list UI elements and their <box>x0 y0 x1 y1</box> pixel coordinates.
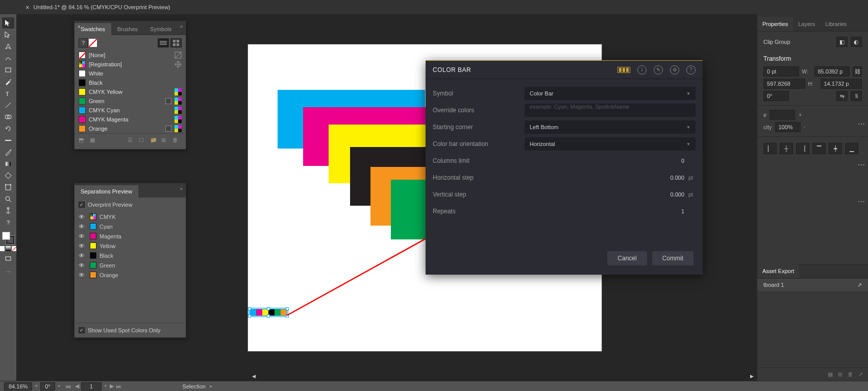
x-field[interactable]: 0 pt <box>763 66 799 77</box>
swatch-item[interactable]: White <box>75 69 186 78</box>
zoom-tool[interactable] <box>2 193 14 205</box>
tab-libraries[interactable]: Libraries <box>820 17 852 31</box>
scroll-left-icon[interactable]: ◀ <box>252 374 256 379</box>
next-page-icon[interactable]: ▶ <box>110 383 114 389</box>
export-icon[interactable]: ↗ <box>857 282 862 288</box>
delete-icon[interactable]: 🗑 <box>172 137 182 146</box>
direct-selection-tool[interactable] <box>2 29 14 40</box>
visibility-icon[interactable]: 👁 <box>79 262 87 269</box>
visibility-icon[interactable]: 👁 <box>79 223 87 230</box>
close-icon[interactable]: × <box>78 24 81 30</box>
type-tool[interactable]: T <box>2 88 14 99</box>
width-field[interactable]: 85.0392 p <box>814 66 850 77</box>
rotate-tool[interactable] <box>2 123 14 134</box>
separation-item[interactable]: 👁CMYK <box>75 212 186 222</box>
repeats-value[interactable]: 1 <box>525 208 686 214</box>
anchor-tool[interactable] <box>2 205 14 216</box>
last-page-icon[interactable]: ⏭ <box>116 383 121 389</box>
overprint-checkbox[interactable]: ✓ <box>79 202 85 208</box>
columns-value[interactable]: 0 <box>525 158 686 164</box>
swatch-item[interactable]: Black <box>75 78 186 87</box>
tab-properties[interactable]: Properties <box>757 17 793 31</box>
swatch-item[interactable]: Green <box>75 96 186 106</box>
grid-icon[interactable]: ▦ <box>828 371 833 378</box>
no-fill-icon[interactable] <box>89 39 97 47</box>
flip-h-icon[interactable]: ⇋ <box>836 91 848 101</box>
swatch-item[interactable]: [Registration] <box>75 60 186 69</box>
blend-mode-select[interactable] <box>770 110 795 120</box>
free-transform-tool[interactable] <box>2 170 14 181</box>
flip-v-icon[interactable]: ⥮ <box>851 91 862 101</box>
isolate-icon[interactable]: ◧ <box>836 37 848 47</box>
separation-item[interactable]: 👁Yellow <box>75 241 186 251</box>
rotate-field[interactable]: 0° <box>40 382 55 390</box>
corner-select[interactable]: Left Bottom▼ <box>525 120 696 134</box>
gradient-tool[interactable] <box>2 158 14 169</box>
prev-page-icon[interactable]: ◀ <box>75 383 79 389</box>
list-view-icon[interactable] <box>158 38 169 47</box>
align-top-icon[interactable]: ▔ <box>812 143 826 154</box>
y-field[interactable]: 597.8268 <box>763 79 805 89</box>
show-menu-icon[interactable]: ▦ <box>90 137 99 146</box>
artboard-tool[interactable] <box>2 182 14 193</box>
visibility-icon[interactable]: 👁 <box>79 233 87 240</box>
swatch-item[interactable]: [None] <box>75 51 186 60</box>
color-bar-object[interactable] <box>250 309 287 316</box>
info-icon[interactable]: i <box>637 65 647 75</box>
add-icon[interactable]: ⊞ <box>838 371 842 378</box>
collapse-icon[interactable]: « <box>180 186 183 191</box>
align-left-icon[interactable]: ▏ <box>763 143 777 154</box>
collapse-icon[interactable]: « <box>180 24 183 29</box>
grid-view-icon[interactable] <box>170 38 182 47</box>
swatch-item[interactable]: CMYK Cyan <box>75 106 186 115</box>
rectangle-tool[interactable] <box>2 64 14 76</box>
line-tool[interactable] <box>2 100 14 111</box>
screen-mode-icon[interactable] <box>2 253 14 264</box>
scroll-right-icon[interactable]: ▶ <box>750 374 754 379</box>
shape-builder-tool[interactable] <box>2 111 14 123</box>
selection-tool[interactable] <box>2 17 14 29</box>
opacity-field[interactable]: 100% <box>775 122 801 132</box>
delete-icon[interactable]: 🗑 <box>848 371 853 378</box>
unknown-tool[interactable]: ? <box>2 217 14 228</box>
commit-button[interactable]: Commit <box>652 251 693 265</box>
edit-toolbar-icon[interactable]: ⋯ <box>2 266 14 278</box>
align-center-h-icon[interactable]: ┼ <box>780 143 793 154</box>
tab-separations[interactable]: Separations Preview <box>75 185 138 198</box>
help-icon[interactable]: ? <box>686 65 696 75</box>
edit-icon[interactable]: ◐ <box>851 37 862 47</box>
separation-item[interactable]: 👁Cyan <box>75 222 186 231</box>
link-wh-icon[interactable]: ⛓ <box>853 66 862 77</box>
link-icon[interactable]: ✎ <box>654 65 663 75</box>
align-bottom-icon[interactable]: ▁ <box>845 143 858 154</box>
new-folder-icon[interactable]: 📁 <box>150 137 159 146</box>
tab-brushes[interactable]: Brushes <box>111 23 144 35</box>
visibility-icon[interactable]: 👁 <box>79 272 87 279</box>
swatch-item[interactable]: CMYK Yellow <box>75 87 186 96</box>
eyedropper-tool[interactable] <box>2 146 14 158</box>
paintbrush-tool[interactable] <box>2 76 14 87</box>
spot-only-checkbox[interactable]: ✓ <box>79 327 85 333</box>
visibility-icon[interactable]: 👁 <box>79 213 87 221</box>
angle-field[interactable]: 0° <box>763 91 789 101</box>
override-input[interactable]: example: Cyan, Magenta, SpotInkName <box>525 104 696 117</box>
more-options-icon[interactable]: ⋯ <box>858 158 865 172</box>
symbol-select[interactable]: Color Bar▼ <box>525 87 696 100</box>
curvature-tool[interactable] <box>2 53 14 64</box>
swatch-item[interactable]: Orange <box>75 124 186 133</box>
orientation-select[interactable]: Horizontal▼ <box>525 137 696 151</box>
show-libraries-icon[interactable]: ⬒ <box>79 137 88 146</box>
separation-item[interactable]: 👁Green <box>75 260 186 270</box>
tab-asset-export[interactable]: Asset Export <box>757 264 799 278</box>
more-options-icon[interactable]: ⋯ <box>858 195 865 208</box>
color-mode-icon[interactable] <box>0 246 5 251</box>
visibility-icon[interactable]: 👁 <box>79 242 87 250</box>
separation-item[interactable]: 👁Orange <box>75 270 186 280</box>
tab-symbols[interactable]: Symbols <box>144 23 178 35</box>
align-center-v-icon[interactable]: ┿ <box>829 143 842 154</box>
new-group-icon[interactable]: ☐ <box>139 137 148 146</box>
close-icon[interactable]: × <box>26 4 30 11</box>
separation-item[interactable]: 👁Black <box>75 251 186 260</box>
first-page-icon[interactable]: ⏮ <box>65 383 71 389</box>
reset-icon[interactable] <box>617 67 630 73</box>
